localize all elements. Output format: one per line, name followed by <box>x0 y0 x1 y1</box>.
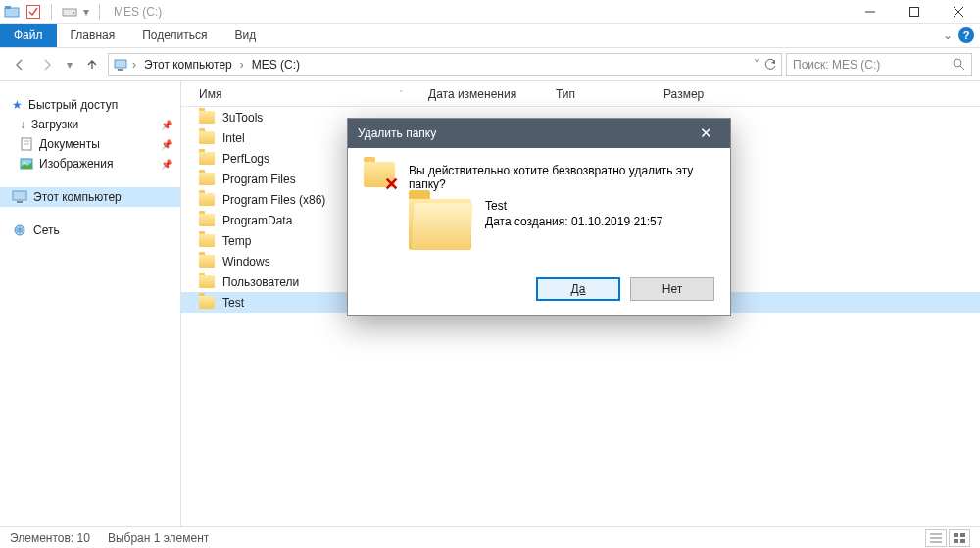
svg-rect-25 <box>960 533 965 537</box>
ribbon-file-tab[interactable]: Файл <box>0 24 57 47</box>
back-button[interactable] <box>8 53 31 76</box>
up-button[interactable] <box>80 53 104 76</box>
app-icon <box>4 4 20 20</box>
file-name: Program Files <box>222 173 296 186</box>
folder-icon <box>199 255 215 268</box>
downloads-icon: ↓ <box>20 118 25 131</box>
dialog-yes-button[interactable]: Да <box>536 277 620 301</box>
ribbon-tab-share[interactable]: Поделиться <box>128 24 220 47</box>
column-type[interactable]: Тип <box>544 81 652 106</box>
sidebar-quick-access[interactable]: ★ Быстрый доступ <box>0 95 180 115</box>
file-name: Program Files (x86) <box>222 193 325 207</box>
file-name: Windows <box>222 255 270 269</box>
folder-icon <box>199 193 215 206</box>
qat-checkbox-icon[interactable] <box>25 4 41 20</box>
address-bar[interactable]: › Этот компьютер › MES (C:) ˅ <box>108 53 782 76</box>
dialog-item-name: Test <box>485 199 662 213</box>
pictures-icon <box>20 157 33 171</box>
column-size[interactable]: Размер <box>652 81 730 106</box>
svg-rect-19 <box>17 201 23 203</box>
sidebar-network[interactable]: Сеть <box>0 221 180 240</box>
navigation-pane: ★ Быстрый доступ ↓ Загрузки 📌 Документы … <box>0 81 181 526</box>
window-title: MES (C:) <box>114 5 162 19</box>
status-count: Элементов: 10 <box>10 531 90 545</box>
qat-dropdown-icon[interactable]: ▾ <box>83 5 89 19</box>
svg-rect-24 <box>954 533 958 537</box>
sidebar-documents[interactable]: Документы 📌 <box>0 134 180 154</box>
folder-icon <box>409 199 471 250</box>
column-headers: Имя˅ Дата изменения Тип Размер <box>181 81 980 107</box>
network-icon <box>12 224 27 237</box>
breadcrumb-pc[interactable]: Этот компьютер <box>140 56 236 74</box>
file-name: Temp <box>222 234 251 248</box>
svg-rect-18 <box>13 191 26 200</box>
pin-icon: 📌 <box>161 139 172 150</box>
help-icon[interactable]: ? <box>958 27 974 43</box>
file-name: Пользователи <box>222 275 299 289</box>
dialog-titlebar[interactable]: Удалить папку ✕ <box>348 119 730 148</box>
ribbon: Файл Главная Поделиться Вид ⌄ ? <box>0 24 980 48</box>
delete-folder-dialog: Удалить папку ✕ ✕ Вы действительно хотит… <box>347 118 731 316</box>
minimize-button[interactable] <box>848 0 892 24</box>
star-icon: ★ <box>12 98 23 112</box>
address-dropdown-icon[interactable]: ˅ <box>754 58 760 72</box>
chevron-right-icon: › <box>132 58 136 72</box>
breadcrumb-drive[interactable]: MES (C:) <box>248 56 304 74</box>
svg-rect-9 <box>115 60 126 68</box>
svg-rect-2 <box>27 5 40 18</box>
svg-point-4 <box>73 12 74 14</box>
dialog-no-button[interactable]: Нет <box>630 277 714 301</box>
column-name[interactable]: Имя˅ <box>181 81 416 106</box>
svg-line-12 <box>960 66 964 70</box>
folder-icon <box>199 152 215 165</box>
search-placeholder: Поиск: MES (C:) <box>793 58 880 72</box>
dialog-close-button[interactable]: ✕ <box>691 125 720 142</box>
folder-delete-icon: ✕ <box>364 162 395 189</box>
file-name: 3uTools <box>222 111 263 125</box>
file-name: Test <box>222 296 244 310</box>
folder-icon <box>199 173 215 185</box>
documents-icon <box>20 137 33 151</box>
svg-rect-3 <box>63 9 76 16</box>
svg-rect-26 <box>954 539 958 543</box>
svg-rect-10 <box>118 69 123 71</box>
file-name: PerfLogs <box>222 152 270 166</box>
status-bar: Элементов: 10 Выбран 1 элемент <box>0 526 980 548</box>
folder-icon <box>199 111 215 124</box>
folder-icon <box>199 131 215 144</box>
dialog-created: Дата создания: 01.10.2019 21:57 <box>485 215 662 228</box>
ribbon-tab-view[interactable]: Вид <box>220 24 270 47</box>
recent-dropdown[interactable]: ▾ <box>63 53 76 76</box>
ribbon-tab-home[interactable]: Главная <box>57 24 129 47</box>
sidebar-this-pc[interactable]: Этот компьютер <box>0 187 180 207</box>
chevron-right-icon: › <box>240 58 244 72</box>
pc-icon <box>12 190 27 204</box>
svg-rect-27 <box>960 539 965 543</box>
sidebar-downloads[interactable]: ↓ Загрузки 📌 <box>0 115 180 134</box>
svg-rect-1 <box>5 6 11 9</box>
title-bar: ▾ MES (C:) <box>0 0 980 24</box>
file-name: Intel <box>222 131 245 145</box>
navigation-bar: ▾ › Этот компьютер › MES (C:) ˅ Поиск: M… <box>0 48 980 81</box>
dialog-question: Вы действительно хотите безвозвратно уда… <box>409 162 714 191</box>
drive-icon <box>62 4 77 20</box>
pin-icon: 📌 <box>161 120 172 130</box>
search-icon <box>953 58 965 71</box>
view-icons-button[interactable] <box>949 529 970 547</box>
dialog-title: Удалить папку <box>358 126 436 140</box>
ribbon-expand-icon[interactable]: ⌄ <box>943 28 953 42</box>
view-details-button[interactable] <box>925 529 947 547</box>
folder-icon <box>199 234 215 247</box>
maximize-button[interactable] <box>892 0 936 24</box>
pin-icon: 📌 <box>161 159 172 170</box>
forward-button[interactable] <box>35 53 59 76</box>
sidebar-pictures[interactable]: Изображения 📌 <box>0 154 180 174</box>
folder-icon <box>199 214 215 226</box>
column-date[interactable]: Дата изменения <box>416 81 544 106</box>
file-name: ProgramData <box>222 214 292 227</box>
pc-icon <box>113 57 128 73</box>
close-button[interactable] <box>936 0 980 24</box>
search-input[interactable]: Поиск: MES (C:) <box>786 53 972 76</box>
svg-rect-6 <box>909 7 918 16</box>
refresh-icon[interactable] <box>763 58 777 72</box>
